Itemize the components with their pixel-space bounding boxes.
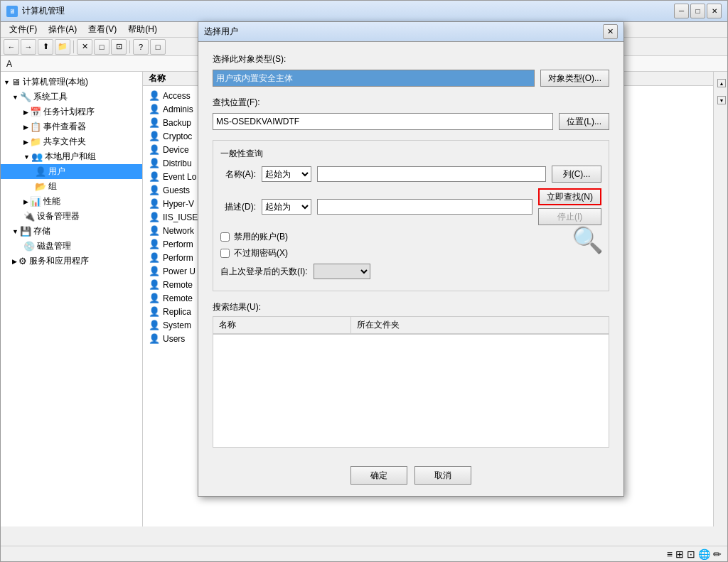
columns-button[interactable]: 列(C)... — [552, 166, 601, 183]
expand-arrow: ▼ — [4, 79, 10, 86]
menu-help[interactable]: 帮助(H) — [122, 22, 163, 37]
tree-item-eventviewer[interactable]: ▶ 📋 事件查看器 — [1, 119, 142, 134]
tree-item-devicemanager[interactable]: 🔌 设备管理器 — [1, 209, 142, 224]
services-icon: ⚙ — [18, 256, 27, 266]
tree-item-storage[interactable]: ▼ 💾 存储 — [1, 224, 142, 239]
disabled-account-label: 禁用的账户(B) — [234, 231, 288, 243]
tree-item-users[interactable]: 👤 用户 — [1, 164, 142, 179]
item-icon: 👤 — [149, 131, 160, 141]
magnifier-icon: 🔍 — [572, 225, 604, 255]
expand-arrow: ▼ — [12, 228, 18, 235]
tree-item-label: 组 — [48, 180, 57, 193]
stop-button[interactable]: 停止(I) — [538, 208, 601, 225]
expand-arrow: ▶ — [23, 139, 28, 146]
tree-item-performance[interactable]: ▶ 📊 性能 — [1, 194, 142, 209]
localusers-icon: 👥 — [31, 151, 43, 162]
back-button[interactable]: ← — [4, 39, 19, 55]
object-type-button[interactable]: 对象类型(O)... — [540, 70, 609, 87]
item-icon: 👤 — [149, 306, 160, 317]
select-user-dialog: 选择用户 ✕ 选择此对象类型(S): 对象类型(O)... 查找位置(F): 位… — [198, 21, 624, 497]
tree-item-taskscheduler[interactable]: ▶ 📅 任务计划程序 — [1, 104, 142, 119]
dialog-close-button[interactable]: ✕ — [603, 24, 618, 39]
desc-query-input[interactable] — [317, 199, 532, 215]
expand-arrow: ▶ — [23, 124, 28, 131]
item-icon: 👤 — [149, 320, 160, 330]
task-icon: 📅 — [30, 107, 41, 117]
address-text: A — [6, 59, 12, 69]
right-arrow-up[interactable]: ▲ — [717, 79, 726, 87]
tree-item-label: 性能 — [43, 195, 60, 207]
minimize-button[interactable]: ─ — [674, 4, 689, 18]
help-button[interactable]: ? — [133, 39, 149, 55]
tree-item-localusers[interactable]: ▼ 👥 本地用户和组 — [1, 149, 142, 164]
desc-query-label: 描述(D): — [220, 201, 256, 213]
disabled-account-checkbox[interactable] — [220, 232, 230, 242]
location-button[interactable]: 位置(L)... — [559, 113, 609, 130]
tree-item-label: 服务和应用程序 — [29, 255, 89, 267]
view-button[interactable]: ⊡ — [111, 39, 127, 55]
maximize-button[interactable]: □ — [690, 4, 705, 18]
right-arrow-down[interactable]: ▼ — [717, 96, 726, 104]
confirm-button[interactable]: 确定 — [350, 466, 407, 485]
name-query-input[interactable] — [317, 166, 546, 182]
systemtools-icon: 🔧 — [20, 92, 31, 102]
tree-item-computer[interactable]: ▼ 🖥 计算机管理(本地) — [1, 75, 142, 90]
days-row: 自上次登录后的天数(I): — [220, 264, 601, 279]
expand-arrow: ▼ — [23, 153, 30, 161]
disk-icon: 💿 — [23, 241, 35, 252]
general-query-title: 一般性查询 — [220, 148, 601, 160]
tree-item-label: 计算机管理(本地) — [23, 76, 88, 88]
location-input[interactable] — [213, 113, 553, 130]
tree-item-services[interactable]: ▶ ⚙ 服务和应用程序 — [1, 254, 142, 269]
forward-button[interactable]: → — [21, 39, 36, 55]
devicemgr-icon: 🔌 — [23, 211, 35, 222]
status-icon-1: ≡ — [667, 549, 673, 560]
delete-button[interactable]: ✕ — [77, 39, 92, 55]
folder-button[interactable]: 📁 — [55, 39, 70, 55]
days-select[interactable] — [314, 264, 370, 279]
up-button[interactable]: ⬆ — [38, 39, 53, 55]
tree-item-sharedfolder[interactable]: ▶ 📁 共享文件夹 — [1, 134, 142, 149]
users-icon: 👤 — [35, 166, 46, 177]
name-condition-select[interactable]: 起始为 — [262, 166, 311, 182]
tree-item-label: 磁盘管理 — [37, 240, 71, 252]
dialog-title: 选择用户 — [204, 26, 603, 38]
noexpire-checkbox[interactable] — [220, 249, 230, 258]
item-icon: 👤 — [149, 212, 160, 222]
extra-button[interactable]: □ — [150, 39, 166, 55]
status-icon-3: ⊡ — [687, 549, 695, 560]
search-now-button[interactable]: 立即查找(N) — [538, 188, 601, 205]
expand-arrow: ▶ — [12, 258, 17, 265]
tree-item-diskmgmt[interactable]: 💿 磁盘管理 — [1, 239, 142, 254]
status-bar: ≡ ⊞ ⊡ 🌐 ✏ — [1, 546, 727, 561]
location-label: 查找位置(F): — [213, 97, 609, 109]
desc-condition-select[interactable]: 起始为 — [262, 199, 311, 215]
item-icon: 👤 — [149, 185, 160, 195]
results-col-name[interactable]: 名称 — [213, 317, 351, 334]
status-icon-5: ✏ — [713, 549, 722, 560]
close-button[interactable]: ✕ — [707, 4, 722, 18]
tree-item-groups[interactable]: 📂 组 — [1, 179, 142, 194]
separator2 — [129, 40, 130, 53]
separator — [73, 40, 74, 53]
tree-item-label: 系统工具 — [33, 91, 68, 103]
cancel-button[interactable]: 取消 — [414, 466, 471, 485]
item-icon: 👤 — [149, 144, 160, 155]
col-name[interactable]: 名称 — [143, 72, 200, 86]
object-type-input[interactable] — [213, 70, 535, 87]
item-icon: 👤 — [149, 266, 160, 276]
status-icon-2: ⊞ — [675, 549, 684, 560]
desc-query-row: 描述(D): 起始为 立即查找(N) 停止(I) — [220, 188, 601, 225]
menu-view[interactable]: 查看(V) — [82, 22, 122, 37]
tree-item-label: 本地用户和组 — [45, 151, 96, 163]
menu-file[interactable]: 文件(F) — [4, 22, 43, 37]
noexpire-label: 不过期密码(X) — [234, 247, 288, 259]
properties-button[interactable]: □ — [94, 39, 109, 55]
item-icon: 👤 — [149, 158, 160, 168]
menu-action[interactable]: 操作(A) — [43, 22, 82, 37]
general-query-box: 一般性查询 名称(A): 起始为 列(C)... 描述(D): 起 — [213, 140, 609, 291]
results-col-folder[interactable]: 所在文件夹 — [350, 317, 609, 334]
name-query-row: 名称(A): 起始为 列(C)... — [220, 166, 601, 183]
tree-item-label: 事件查看器 — [43, 121, 86, 133]
tree-item-systemtools[interactable]: ▼ 🔧 系统工具 — [1, 90, 142, 104]
